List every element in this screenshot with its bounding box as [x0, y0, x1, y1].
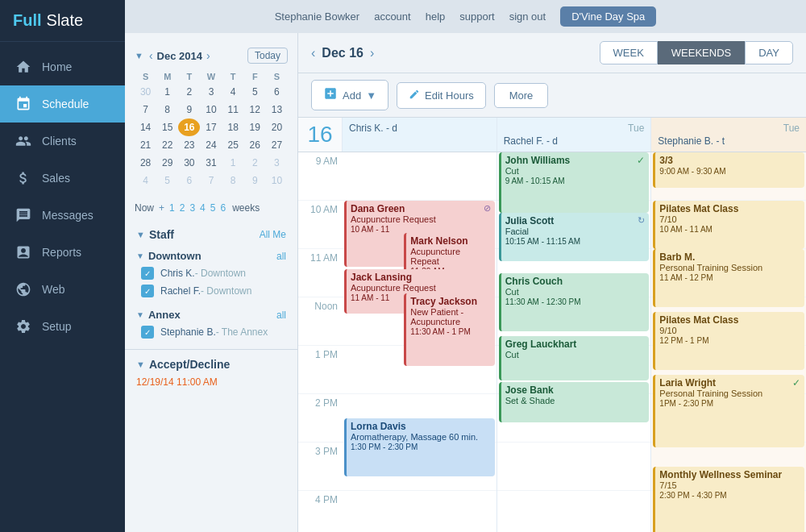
week-link-5[interactable]: 5 [210, 202, 216, 214]
week-link-1[interactable]: 1 [169, 202, 175, 214]
sidebar-item-setup[interactable]: Setup [0, 308, 125, 345]
hour-line [343, 491, 496, 532]
week-link-2[interactable]: 2 [180, 202, 185, 214]
cal-day[interactable]: 1 [222, 154, 244, 172]
cal-day[interactable]: 12 [244, 101, 266, 118]
staff-item-chrisk[interactable]: Chris K.- Downtown [136, 264, 286, 282]
spa-button[interactable]: D'Vine Day Spa [560, 6, 656, 27]
sidebar-item-sales[interactable]: Sales [0, 160, 125, 197]
staff-item-stephanieb[interactable]: Stephanie B.- The Annex [136, 323, 286, 341]
appt-monthly-wellness[interactable]: Monthly Wellness Seminar 7/15 2:30 PM - … [653, 467, 804, 532]
annex-all-link[interactable]: all [276, 310, 286, 321]
appt-john-williams[interactable]: ✓ John Williams Cut 9 AM - 10:15 AM [499, 152, 650, 213]
sidebar-item-schedule[interactable]: Schedule [0, 85, 125, 123]
downtown-all-link[interactable]: all [276, 251, 286, 262]
cal-day[interactable]: 6 [178, 172, 200, 189]
cal-day[interactable]: 10 [200, 101, 222, 118]
week-link-4[interactable]: 4 [200, 202, 206, 214]
cal-day[interactable]: 30 [135, 83, 156, 101]
topbar-support-link[interactable]: support [459, 10, 494, 23]
appt-lorna-davis[interactable]: Lorna Davis Aromatherapy, Massage 60 min… [344, 418, 495, 476]
downtown-arrow[interactable]: ▼ [136, 251, 144, 260]
cal-day[interactable]: 6 [266, 83, 288, 101]
cal-day[interactable]: 22 [156, 136, 178, 154]
calendar-area: ‹ Dec 16 › WEEK WEEKENDS DAY Add ▼ [298, 33, 806, 532]
cal-day[interactable]: 5 [156, 172, 178, 189]
appt-julia-scott[interactable]: ↻ Julia Scott Facial 10:15 AM - 11:15 AM [499, 213, 650, 261]
cal-day[interactable]: 24 [200, 136, 222, 154]
accept-decline-link[interactable]: 12/19/14 11:00 AM [136, 376, 218, 388]
appt-greg-lauckhart[interactable]: Greg Lauckhart Cut [499, 336, 650, 380]
week-view-button[interactable]: WEEK [600, 41, 658, 64]
cal-day[interactable]: 26 [244, 136, 266, 154]
cal-day[interactable]: 27 [266, 136, 288, 154]
cal-next-button[interactable]: › [204, 49, 213, 62]
cal-day[interactable]: 3 [200, 83, 222, 101]
appt-tracy-jackson[interactable]: Tracy Jackson New Patient - Acupuncture … [404, 293, 494, 366]
appt-pilates-1[interactable]: Pilates Mat Class 7/10 10 AM - 11 AM [653, 201, 804, 249]
cal-day[interactable]: 25 [222, 136, 244, 154]
cal-prev-button[interactable]: ‹ [147, 49, 156, 62]
sidebar-item-clients[interactable]: Clients [0, 123, 125, 160]
cal-day[interactable]: 9 [244, 172, 266, 189]
cal-day[interactable]: 14 [135, 118, 156, 136]
cal-dropdown-arrow[interactable]: ▼ [135, 51, 143, 60]
staff-item-rachelf[interactable]: Rachel F.- Downtown [136, 282, 286, 300]
cal-day[interactable]: 2 [244, 154, 266, 172]
cal-day[interactable]: 19 [244, 118, 266, 136]
now-link[interactable]: Now [135, 202, 154, 214]
week-link-6[interactable]: 6 [220, 202, 226, 214]
staff-arrow[interactable]: ▼ [136, 230, 145, 239]
more-button[interactable]: More [494, 83, 549, 108]
cal-day[interactable]: 8 [222, 172, 244, 189]
appt-laria-wright[interactable]: ✓ Laria Wright Personal Training Session… [653, 375, 804, 447]
appt-barb-m[interactable]: Barb M. Personal Training Session 11 AM … [653, 249, 804, 307]
cal-day[interactable]: 28 [135, 154, 156, 172]
cal-day[interactable]: 1 [156, 83, 178, 101]
cal-day[interactable]: 7 [200, 172, 222, 189]
cal-day[interactable]: 13 [266, 101, 288, 118]
today-button[interactable]: Today [247, 48, 288, 64]
cal-main-next-button[interactable]: › [370, 46, 374, 60]
topbar-help-link[interactable]: help [426, 10, 446, 23]
cal-main-prev-button[interactable]: ‹ [311, 46, 315, 60]
sidebar-item-home[interactable]: Home [0, 48, 125, 85]
cal-day-today[interactable]: 16 [178, 118, 200, 136]
cal-day[interactable]: 15 [156, 118, 178, 136]
appt-3-3[interactable]: 3/3 9:00 AM - 9:30 AM [653, 152, 804, 188]
edit-hours-button[interactable]: Edit Hours [397, 82, 486, 109]
cal-day[interactable]: 5 [244, 83, 266, 101]
staff-all-me-link[interactable]: All Me [260, 229, 286, 240]
cal-day[interactable]: 4 [222, 83, 244, 101]
cal-day[interactable]: 9 [178, 101, 200, 118]
annex-arrow[interactable]: ▼ [136, 310, 144, 319]
cal-day[interactable]: 4 [135, 172, 156, 189]
cal-day[interactable]: 18 [222, 118, 244, 136]
cal-day[interactable]: 17 [200, 118, 222, 136]
cal-day[interactable]: 10 [266, 172, 288, 189]
weekends-view-button[interactable]: WEEKENDS [658, 41, 745, 64]
cal-day[interactable]: 7 [135, 101, 156, 118]
cal-day[interactable]: 30 [178, 154, 200, 172]
cal-day[interactable]: 31 [200, 154, 222, 172]
accept-arrow[interactable]: ▼ [136, 360, 145, 369]
add-button[interactable]: Add ▼ [311, 80, 388, 110]
cal-day[interactable]: 21 [135, 136, 156, 154]
week-link-3[interactable]: 3 [189, 202, 195, 214]
sidebar-item-messages[interactable]: Messages [0, 197, 125, 234]
cal-day[interactable]: 29 [156, 154, 178, 172]
sidebar-item-reports[interactable]: Reports [0, 234, 125, 271]
appt-pilates-2[interactable]: Pilates Mat Class 9/10 12 PM - 1 PM [653, 312, 804, 370]
topbar-account-link[interactable]: account [374, 10, 411, 23]
cal-day[interactable]: 23 [178, 136, 200, 154]
sidebar-item-web[interactable]: Web [0, 271, 125, 308]
day-view-button[interactable]: DAY [745, 41, 793, 64]
topbar-signout-link[interactable]: sign out [509, 10, 546, 23]
cal-day[interactable]: 11 [222, 101, 244, 118]
cal-day[interactable]: 3 [266, 154, 288, 172]
appt-jose-bank[interactable]: Jose Bank Set & Shade [499, 382, 650, 422]
cal-day[interactable]: 8 [156, 101, 178, 118]
cal-day[interactable]: 2 [178, 83, 200, 101]
appt-chris-couch[interactable]: Chris Couch Cut 11:30 AM - 12:30 PM [499, 273, 650, 331]
cal-day[interactable]: 20 [266, 118, 288, 136]
